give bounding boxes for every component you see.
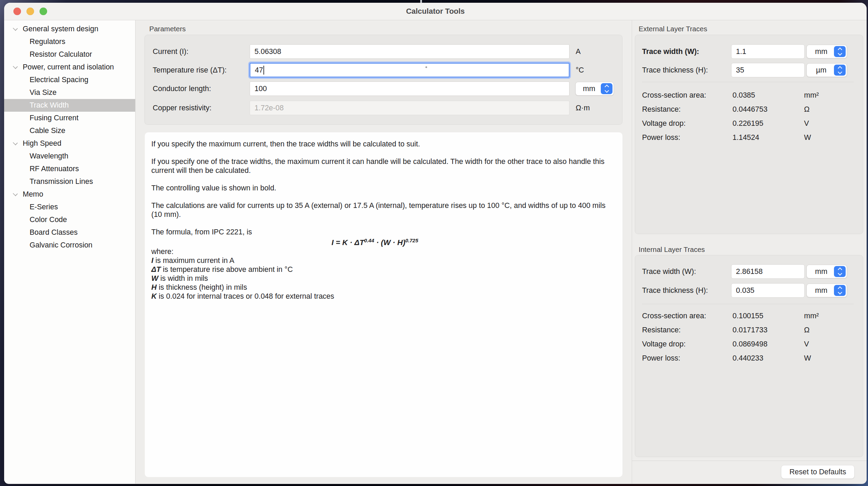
temperature-rise-value: 47 bbox=[255, 66, 263, 75]
track-width-main-panel: Parameters Current (I): A Temperature ri… bbox=[135, 20, 632, 484]
where-line: K is 0.024 for internal traces or 0.048 … bbox=[151, 292, 609, 301]
conductor-length-row: Conductor length: mm bbox=[135, 81, 632, 96]
result-label: Cross-section area: bbox=[642, 311, 706, 320]
internal-trace-width-input[interactable] bbox=[731, 264, 805, 279]
sidebar-item-electrical-spacing[interactable]: Electrical Spacing bbox=[4, 74, 135, 86]
current-unit-label: A bbox=[576, 44, 581, 59]
text-caret bbox=[263, 66, 264, 75]
sidebar-item-memo[interactable]: Memo bbox=[4, 188, 135, 201]
sidebar-item-resistor-calculator[interactable]: Resistor Calculator bbox=[4, 48, 135, 61]
conductor-length-input[interactable] bbox=[250, 81, 569, 96]
title-bar[interactable]: Calculator Tools bbox=[4, 3, 867, 20]
external-trace-thickness-row: Trace thickness (H): µm bbox=[632, 63, 867, 77]
up-down-chevrons-icon bbox=[834, 285, 846, 296]
sidebar-item-board-classes[interactable]: Board Classes bbox=[4, 226, 135, 239]
up-down-chevrons-icon bbox=[601, 83, 612, 94]
temperature-rise-unit-label: °C bbox=[576, 63, 584, 77]
result-unit: mm² bbox=[804, 311, 819, 320]
sidebar-item-label: Via Size bbox=[30, 88, 56, 97]
result-label: Power loss: bbox=[642, 354, 680, 363]
help-text-panel: If you specify the maximum current, then… bbox=[145, 132, 622, 477]
sidebar-item-label: Color Code bbox=[30, 216, 67, 224]
sidebar-item-label: High Speed bbox=[23, 139, 61, 148]
sidebar-item-label: Memo bbox=[23, 190, 43, 199]
result-label: Voltage drop: bbox=[642, 340, 686, 349]
sidebar-item-label: General system design bbox=[23, 25, 98, 33]
chevron-down-icon[interactable] bbox=[13, 191, 18, 196]
help-paragraph: If you specify one of the trace widths, … bbox=[151, 157, 609, 175]
external-layer-traces-header: External Layer Traces bbox=[639, 25, 707, 33]
internal-trace-thickness-unit-select[interactable]: mm bbox=[806, 284, 847, 297]
sidebar-item-label: Electrical Spacing bbox=[30, 76, 88, 84]
where-line: W is width in mils bbox=[151, 274, 609, 283]
external-trace-thickness-input[interactable] bbox=[731, 63, 805, 77]
external-trace-width-input[interactable] bbox=[731, 44, 805, 59]
temperature-rise-row: Temperature rise (ΔT): 47 °C bbox=[135, 63, 632, 77]
up-down-chevrons-icon bbox=[834, 46, 846, 57]
external-cross-section-row: Cross-section area: 0.0385 mm² bbox=[632, 91, 867, 100]
up-down-chevrons-icon bbox=[834, 65, 846, 76]
sidebar-item-via-size[interactable]: Via Size bbox=[4, 86, 135, 99]
chevron-down-icon[interactable] bbox=[13, 64, 18, 69]
sidebar-item-regulators[interactable]: Regulators bbox=[4, 35, 135, 48]
current-input[interactable] bbox=[250, 44, 569, 59]
copper-resistivity-label: Copper resistivity: bbox=[153, 101, 211, 115]
mouse-cursor-dot bbox=[425, 66, 427, 68]
result-label: Cross-section area: bbox=[642, 91, 706, 100]
internal-power-loss-row: Power loss: 0.440233 W bbox=[632, 354, 867, 363]
result-value: 0.226195 bbox=[733, 119, 763, 128]
ipc2221-formula: I = K · ΔT0.44 · (W · H)0.725 bbox=[332, 236, 609, 247]
reset-to-defaults-button[interactable]: Reset to Defaults bbox=[781, 465, 855, 479]
result-value: 0.100155 bbox=[733, 311, 763, 320]
result-unit: Ω bbox=[804, 325, 810, 334]
external-power-loss-row: Power loss: 1.14524 W bbox=[632, 133, 867, 142]
sidebar-item-wavelength[interactable]: Wavelength bbox=[4, 150, 135, 163]
result-unit: W bbox=[804, 133, 811, 142]
sidebar-item-rf-attenuators[interactable]: RF Attenuators bbox=[4, 163, 135, 175]
result-label: Resistance: bbox=[642, 325, 681, 334]
sidebar-item-label: Galvanic Corrosion bbox=[30, 241, 93, 250]
sidebar-item-power-current-and-isolation[interactable]: Power, current and isolation bbox=[4, 61, 135, 74]
external-voltage-drop-row: Voltage drop: 0.226195 V bbox=[632, 119, 867, 128]
conductor-length-unit-select[interactable]: mm bbox=[575, 82, 614, 96]
up-down-chevrons-icon bbox=[834, 266, 846, 277]
result-unit: V bbox=[804, 119, 809, 128]
sidebar-item-label: Regulators bbox=[30, 37, 65, 46]
sidebar-item-transmission-lines[interactable]: Transmission Lines bbox=[4, 175, 135, 188]
sidebar-item-color-code[interactable]: Color Code bbox=[4, 213, 135, 226]
result-value: 0.0385 bbox=[733, 91, 755, 100]
sidebar-item-general-system-design[interactable]: General system design bbox=[4, 23, 135, 35]
external-trace-thickness-unit-select[interactable]: µm bbox=[806, 63, 847, 77]
external-trace-width-unit-select[interactable]: mm bbox=[806, 45, 847, 58]
chevron-down-icon[interactable] bbox=[13, 26, 18, 31]
chevron-down-icon[interactable] bbox=[13, 140, 18, 145]
internal-trace-width-unit-select[interactable]: mm bbox=[806, 265, 847, 278]
internal-layer-traces-header: Internal Layer Traces bbox=[639, 245, 705, 254]
sidebar-item-fusing-current[interactable]: Fusing Current bbox=[4, 112, 135, 124]
result-label: Voltage drop: bbox=[642, 119, 686, 128]
result-value: 0.0446753 bbox=[733, 105, 768, 114]
help-paragraph: If you specify the maximum current, then… bbox=[151, 140, 609, 148]
sidebar-item-label: Power, current and isolation bbox=[23, 63, 114, 71]
result-value: 0.440233 bbox=[733, 354, 763, 363]
where-line: ΔT is temperature rise above ambient in … bbox=[151, 265, 609, 274]
sidebar-item-label: Track Width bbox=[30, 101, 69, 110]
result-value: 0.0171733 bbox=[733, 325, 768, 334]
internal-resistance-row: Resistance: 0.0171733 Ω bbox=[632, 325, 867, 334]
conductor-length-label: Conductor length: bbox=[153, 81, 211, 96]
external-trace-width-row: Trace width (W): mm bbox=[632, 44, 867, 59]
internal-trace-thickness-row: Trace thickness (H): mm bbox=[632, 283, 867, 298]
sidebar-item-galvanic-corrosion[interactable]: Galvanic Corrosion bbox=[4, 239, 135, 252]
sidebar-item-track-width[interactable]: Track Width bbox=[4, 99, 135, 112]
sidebar-item-cable-size[interactable]: Cable Size bbox=[4, 124, 135, 137]
internal-trace-thickness-input[interactable] bbox=[731, 283, 805, 298]
sidebar-item-e-series[interactable]: E-Series bbox=[4, 201, 135, 213]
result-value: 1.14524 bbox=[733, 133, 759, 142]
internal-cross-section-row: Cross-section area: 0.100155 mm² bbox=[632, 311, 867, 320]
sidebar-item-label: Board Classes bbox=[30, 228, 78, 237]
internal-trace-thickness-label: Trace thickness (H): bbox=[642, 283, 708, 298]
result-unit: mm² bbox=[804, 91, 819, 100]
internal-trace-width-label: Trace width (W): bbox=[642, 264, 696, 279]
sidebar-item-high-speed[interactable]: High Speed bbox=[4, 137, 135, 150]
temperature-rise-input[interactable]: 47 bbox=[250, 63, 569, 77]
